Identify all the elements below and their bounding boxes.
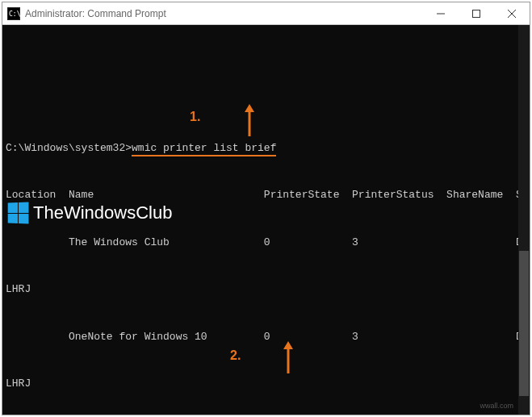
corner-watermark: wwall.com	[480, 401, 513, 412]
empty-line	[6, 93, 526, 109]
svg-rect-4	[473, 10, 480, 17]
table-row-loc: LHRJ	[6, 281, 526, 298]
annotation-label-1: 1.	[190, 107, 200, 127]
command-line-1: C:\Windows\system32>wmic printer list br…	[6, 140, 526, 156]
window-title: Administrator: Command Prompt	[25, 8, 423, 19]
scrollbar-track[interactable]	[518, 25, 530, 415]
close-button[interactable]	[494, 2, 530, 24]
arrow-annotation-1	[206, 88, 255, 157]
titlebar[interactable]: C:\ Administrator: Command Prompt	[2, 2, 530, 25]
arrow-annotation-2	[245, 325, 294, 394]
minimize-button[interactable]	[423, 2, 459, 24]
scrollbar-thumb[interactable]	[519, 251, 529, 396]
table-row: The Windows Club 0 3 DESKTOP-AC7	[6, 235, 526, 251]
svg-text:C:\: C:\	[9, 10, 20, 18]
svg-marker-8	[245, 104, 254, 112]
annotation-label-2: 2.	[230, 346, 241, 365]
maximize-button[interactable]	[459, 2, 494, 24]
windows-logo-icon	[8, 202, 29, 223]
command-prompt-window: C:\ Administrator: Command Prompt C:\Win…	[2, 2, 530, 415]
svg-marker-10	[283, 341, 293, 349]
cmd-icon: C:\	[7, 7, 20, 20]
watermark-logo: TheWindowsClub	[7, 199, 172, 226]
window-controls	[423, 2, 530, 24]
watermark-text: TheWindowsClub	[33, 199, 172, 226]
terminal-output[interactable]: C:\Windows\system32>wmic printer list br…	[2, 25, 530, 415]
